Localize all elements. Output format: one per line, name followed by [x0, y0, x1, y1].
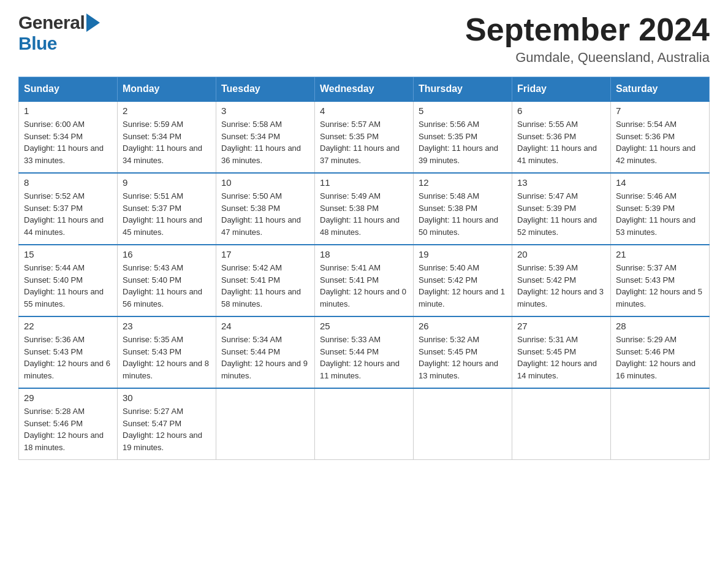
day-number: 6	[517, 105, 605, 116]
table-row: 12 Sunrise: 5:48 AM Sunset: 5:38 PM Dayl…	[414, 173, 512, 245]
table-row: 1 Sunrise: 6:00 AM Sunset: 5:34 PM Dayli…	[19, 101, 118, 173]
calendar-week-row: 8 Sunrise: 5:52 AM Sunset: 5:37 PM Dayli…	[19, 173, 710, 245]
table-row: 2 Sunrise: 5:59 AM Sunset: 5:34 PM Dayli…	[118, 101, 216, 173]
table-row: 25 Sunrise: 5:33 AM Sunset: 5:44 PM Dayl…	[315, 316, 414, 388]
day-info: Sunrise: 5:54 AM Sunset: 5:36 PM Dayligh…	[616, 118, 704, 166]
table-row: 11 Sunrise: 5:49 AM Sunset: 5:38 PM Dayl…	[315, 173, 414, 245]
day-info: Sunrise: 5:46 AM Sunset: 5:39 PM Dayligh…	[616, 190, 704, 238]
day-number: 10	[221, 177, 309, 188]
calendar-week-row: 15 Sunrise: 5:44 AM Sunset: 5:40 PM Dayl…	[19, 245, 710, 316]
table-row: 18 Sunrise: 5:41 AM Sunset: 5:41 PM Dayl…	[315, 245, 414, 316]
table-row: 6 Sunrise: 5:55 AM Sunset: 5:36 PM Dayli…	[512, 101, 611, 173]
table-row: 13 Sunrise: 5:47 AM Sunset: 5:39 PM Dayl…	[512, 173, 611, 245]
day-number: 21	[616, 249, 704, 259]
day-info: Sunrise: 5:55 AM Sunset: 5:36 PM Dayligh…	[517, 118, 605, 166]
calendar-week-row: 1 Sunrise: 6:00 AM Sunset: 5:34 PM Dayli…	[19, 101, 710, 173]
header-tuesday: Tuesday	[216, 77, 315, 102]
header-monday: Monday	[118, 77, 216, 102]
day-info: Sunrise: 5:32 AM Sunset: 5:45 PM Dayligh…	[419, 334, 507, 381]
day-info: Sunrise: 5:59 AM Sunset: 5:34 PM Dayligh…	[123, 118, 211, 166]
header-wednesday: Wednesday	[315, 77, 414, 102]
table-row	[512, 388, 611, 460]
header-friday: Friday	[512, 77, 611, 102]
header-thursday: Thursday	[414, 77, 512, 102]
day-number: 12	[419, 177, 507, 188]
day-number: 5	[419, 105, 507, 116]
day-number: 13	[517, 177, 605, 188]
table-row: 15 Sunrise: 5:44 AM Sunset: 5:40 PM Dayl…	[19, 245, 118, 316]
day-info: Sunrise: 5:33 AM Sunset: 5:44 PM Dayligh…	[320, 334, 408, 381]
table-row: 26 Sunrise: 5:32 AM Sunset: 5:45 PM Dayl…	[414, 316, 512, 388]
day-number: 15	[24, 249, 112, 259]
table-row: 29 Sunrise: 5:28 AM Sunset: 5:46 PM Dayl…	[19, 388, 118, 460]
day-info: Sunrise: 5:44 AM Sunset: 5:40 PM Dayligh…	[24, 262, 112, 310]
day-info: Sunrise: 5:31 AM Sunset: 5:45 PM Dayligh…	[517, 334, 605, 381]
table-row: 17 Sunrise: 5:42 AM Sunset: 5:41 PM Dayl…	[216, 245, 315, 316]
day-info: Sunrise: 5:47 AM Sunset: 5:39 PM Dayligh…	[517, 190, 605, 238]
day-info: Sunrise: 5:43 AM Sunset: 5:40 PM Dayligh…	[123, 262, 211, 310]
logo-icon	[86, 13, 100, 32]
day-number: 18	[320, 249, 408, 259]
day-number: 22	[24, 321, 112, 331]
day-number: 28	[616, 321, 704, 331]
day-number: 3	[221, 105, 309, 116]
page-header: General Blue September 2024 Gumdale, Que…	[18, 12, 710, 66]
day-number: 30	[123, 393, 211, 403]
day-number: 25	[320, 321, 408, 331]
day-number: 23	[123, 321, 211, 331]
day-info: Sunrise: 5:42 AM Sunset: 5:41 PM Dayligh…	[221, 262, 309, 310]
table-row	[414, 388, 512, 460]
title-area: September 2024 Gumdale, Queensland, Aust…	[465, 12, 710, 66]
table-row: 24 Sunrise: 5:34 AM Sunset: 5:44 PM Dayl…	[216, 316, 315, 388]
day-number: 27	[517, 321, 605, 331]
day-number: 29	[24, 393, 112, 403]
svg-marker-0	[86, 13, 100, 32]
day-number: 26	[419, 321, 507, 331]
table-row: 7 Sunrise: 5:54 AM Sunset: 5:36 PM Dayli…	[611, 101, 710, 173]
table-row: 4 Sunrise: 5:57 AM Sunset: 5:35 PM Dayli…	[315, 101, 414, 173]
table-row: 30 Sunrise: 5:27 AM Sunset: 5:47 PM Dayl…	[118, 388, 216, 460]
table-row: 19 Sunrise: 5:40 AM Sunset: 5:42 PM Dayl…	[414, 245, 512, 316]
day-info: Sunrise: 5:27 AM Sunset: 5:47 PM Dayligh…	[123, 405, 211, 453]
table-row: 21 Sunrise: 5:37 AM Sunset: 5:43 PM Dayl…	[611, 245, 710, 316]
day-info: Sunrise: 5:41 AM Sunset: 5:41 PM Dayligh…	[320, 262, 408, 310]
table-row: 28 Sunrise: 5:29 AM Sunset: 5:46 PM Dayl…	[611, 316, 710, 388]
day-number: 1	[24, 105, 112, 116]
day-number: 20	[517, 249, 605, 259]
logo-general: General	[18, 12, 85, 33]
header-sunday: Sunday	[19, 77, 118, 102]
day-info: Sunrise: 5:50 AM Sunset: 5:38 PM Dayligh…	[221, 190, 309, 238]
calendar-week-row: 22 Sunrise: 5:36 AM Sunset: 5:43 PM Dayl…	[19, 316, 710, 388]
day-number: 2	[123, 105, 211, 116]
calendar-header-row: Sunday Monday Tuesday Wednesday Thursday…	[19, 77, 710, 102]
day-number: 7	[616, 105, 704, 116]
day-info: Sunrise: 5:35 AM Sunset: 5:43 PM Dayligh…	[123, 334, 211, 381]
day-info: Sunrise: 5:29 AM Sunset: 5:46 PM Dayligh…	[616, 334, 704, 381]
day-number: 19	[419, 249, 507, 259]
day-number: 11	[320, 177, 408, 188]
table-row: 14 Sunrise: 5:46 AM Sunset: 5:39 PM Dayl…	[611, 173, 710, 245]
month-title: September 2024	[465, 12, 710, 47]
day-number: 4	[320, 105, 408, 116]
table-row: 27 Sunrise: 5:31 AM Sunset: 5:45 PM Dayl…	[512, 316, 611, 388]
day-info: Sunrise: 5:36 AM Sunset: 5:43 PM Dayligh…	[24, 334, 112, 381]
table-row	[611, 388, 710, 460]
table-row	[315, 388, 414, 460]
table-row: 16 Sunrise: 5:43 AM Sunset: 5:40 PM Dayl…	[118, 245, 216, 316]
day-info: Sunrise: 5:57 AM Sunset: 5:35 PM Dayligh…	[320, 118, 408, 166]
calendar-table: Sunday Monday Tuesday Wednesday Thursday…	[18, 77, 710, 460]
day-info: Sunrise: 5:40 AM Sunset: 5:42 PM Dayligh…	[419, 262, 507, 310]
table-row: 3 Sunrise: 5:58 AM Sunset: 5:34 PM Dayli…	[216, 101, 315, 173]
day-number: 8	[24, 177, 112, 188]
day-info: Sunrise: 5:56 AM Sunset: 5:35 PM Dayligh…	[419, 118, 507, 166]
table-row: 20 Sunrise: 5:39 AM Sunset: 5:42 PM Dayl…	[512, 245, 611, 316]
day-info: Sunrise: 5:37 AM Sunset: 5:43 PM Dayligh…	[616, 262, 704, 310]
table-row: 8 Sunrise: 5:52 AM Sunset: 5:37 PM Dayli…	[19, 173, 118, 245]
day-info: Sunrise: 5:49 AM Sunset: 5:38 PM Dayligh…	[320, 190, 408, 238]
table-row: 5 Sunrise: 5:56 AM Sunset: 5:35 PM Dayli…	[414, 101, 512, 173]
calendar-week-row: 29 Sunrise: 5:28 AM Sunset: 5:46 PM Dayl…	[19, 388, 710, 460]
day-number: 9	[123, 177, 211, 188]
header-saturday: Saturday	[611, 77, 710, 102]
day-number: 17	[221, 249, 309, 259]
location-title: Gumdale, Queensland, Australia	[465, 50, 710, 66]
